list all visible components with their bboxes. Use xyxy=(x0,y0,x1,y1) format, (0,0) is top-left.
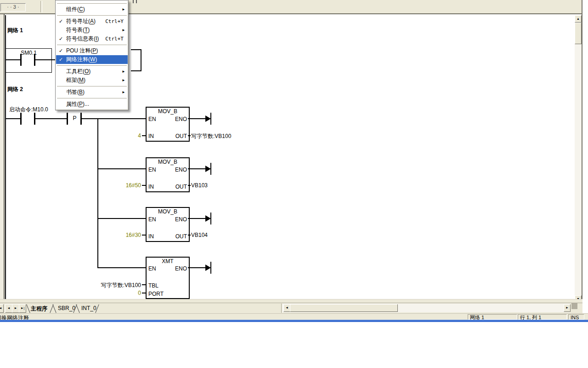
xmt-block[interactable]: XMT EN ENO TBL PORT xyxy=(146,257,190,299)
horizontal-scroll-thumb[interactable] xyxy=(290,304,398,312)
pin-stub xyxy=(142,135,146,136)
horizontal-scrollbar[interactable]: ◄ ► xyxy=(283,304,571,312)
contact-m100-symbol: 启动命令:M10.0 xyxy=(9,106,48,114)
eno-wire xyxy=(188,218,206,219)
in-value[interactable]: 16#50 xyxy=(110,182,141,189)
tbl-operand[interactable]: 写字节数:VB100 xyxy=(92,282,141,289)
toolbar-zoom-field[interactable]: · · 3 · xyxy=(0,3,26,12)
network-1-label: 网络 1 xyxy=(7,27,23,34)
menu-separator xyxy=(57,98,127,98)
out-operand[interactable]: VB104 xyxy=(191,232,208,238)
tab-nav-last-button[interactable]: ►| xyxy=(19,304,26,313)
menu-item-toolbars[interactable]: 工具栏(O) ► xyxy=(56,67,128,76)
menu-item-pou-comments[interactable]: ✓ POU 注释(P) xyxy=(56,46,128,55)
pin-eno: ENO xyxy=(175,116,187,122)
open-line-bar xyxy=(210,213,211,224)
pin-in: IN xyxy=(148,133,154,139)
movb-block-1[interactable]: MOV_B EN ENO IN OUT xyxy=(146,107,190,142)
scroll-left-button[interactable]: ◄ xyxy=(283,304,290,312)
vertical-scroll-thumb[interactable] xyxy=(575,23,582,44)
toolbar-clipped-icon xyxy=(133,0,134,3)
menu-item-mnemonic: P xyxy=(79,101,83,107)
submenu-arrow-icon: ► xyxy=(122,67,125,76)
scroll-right-button[interactable]: ► xyxy=(564,304,571,312)
menu-item-label: ) xyxy=(83,89,85,95)
hidden-box-right-edge xyxy=(141,49,141,71)
menu-shortcut: Ctrl+T xyxy=(105,34,124,43)
next-tab-icon: ► xyxy=(14,306,17,310)
menu-item-network-comments[interactable]: ✓ 网络注释(W) xyxy=(56,55,128,64)
menu-separator xyxy=(57,15,127,16)
port-value[interactable]: 0 xyxy=(110,290,141,296)
out-operand[interactable]: 写字节数:VB100 xyxy=(191,132,231,140)
menu-item-properties[interactable]: 属性(P)... xyxy=(56,100,128,109)
tab-nav-next-button[interactable]: ► xyxy=(12,304,19,313)
edge-contact-bar xyxy=(67,113,68,125)
eno-wire xyxy=(188,118,206,119)
menu-item-symbol-table[interactable]: 符号表(T) ► xyxy=(56,26,128,34)
menu-item-bookmarks[interactable]: 书签(B) ► xyxy=(56,88,128,97)
tab-nav-first-button[interactable]: |◄ xyxy=(0,304,4,313)
movb-block-3[interactable]: MOV_B EN ENO IN OUT xyxy=(146,207,190,242)
menu-separator xyxy=(57,3,127,4)
pin-port: PORT xyxy=(148,291,164,297)
hidden-box-bottom-edge xyxy=(131,70,141,71)
menu-item-label: POU 注释( xyxy=(66,47,92,54)
menu-separator xyxy=(57,86,127,86)
out-operand[interactable]: VB103 xyxy=(191,182,208,189)
status-ins-mode-panel: INS xyxy=(568,314,584,320)
view-context-menu: 组件(C) ► ✓ 符号寻址(A) Ctrl+Y 符号表(T) ► ✓ 符号信息… xyxy=(55,0,129,110)
contact-bar xyxy=(20,54,22,66)
tab-int0[interactable]: INT_0 xyxy=(81,305,96,311)
open-line-bar xyxy=(210,113,211,125)
menu-item-label: 符号寻址( xyxy=(66,18,90,24)
menu-item-frame[interactable]: 框架(M) ► xyxy=(56,76,128,85)
tab-edge xyxy=(76,305,79,313)
wire xyxy=(35,59,55,60)
menu-item-symbol-info-table[interactable]: ✓ 符号信息表(I) Ctrl+T xyxy=(56,34,128,43)
scroll-up-button[interactable]: ▲ xyxy=(575,15,582,23)
branch-wire xyxy=(97,118,98,268)
movb-block-2[interactable]: MOV_B EN ENO IN OUT xyxy=(146,157,190,192)
tab-edge xyxy=(52,305,56,313)
edge-contact-p-label[interactable]: P xyxy=(69,115,80,121)
submenu-arrow-icon: ► xyxy=(122,26,125,34)
pin-en: EN xyxy=(148,216,156,223)
tab-sbr0[interactable]: SBR_0 xyxy=(58,305,75,311)
block-title: MOV_B xyxy=(147,108,189,115)
window-bottom-edge xyxy=(0,320,588,322)
tab-main-program[interactable]: 主程序 xyxy=(31,305,47,313)
open-line-bar xyxy=(210,163,211,175)
open-line-bar xyxy=(210,262,211,274)
wire xyxy=(82,118,146,119)
menu-item-mnemonic: O xyxy=(85,68,89,75)
wire xyxy=(98,267,146,268)
menu-item-symbolic-addressing[interactable]: ✓ 符号寻址(A) Ctrl+Y xyxy=(56,17,128,26)
menu-item-label: ) xyxy=(89,68,90,75)
pin-out: OUT xyxy=(175,233,187,240)
block-title: XMT xyxy=(147,258,189,264)
pin-stub xyxy=(142,235,146,236)
toolbar-clipped-icon xyxy=(136,0,137,3)
in-value[interactable]: 4 xyxy=(110,132,141,139)
tab-nav-prev-button[interactable]: ◄ xyxy=(5,304,12,313)
pin-stub xyxy=(188,135,191,136)
status-cursor-panel: 行 1, 列 1 xyxy=(518,314,567,320)
network-2-label: 网络 2 xyxy=(7,86,23,93)
in-value[interactable]: 16#30 xyxy=(110,232,141,238)
vertical-scrollbar[interactable]: ▲ ▼ xyxy=(575,15,582,303)
pin-eno: ENO xyxy=(175,167,187,173)
pin-stub xyxy=(188,185,191,186)
menu-item-components[interactable]: 组件(C) ► xyxy=(56,5,128,14)
submenu-arrow-icon: ► xyxy=(122,76,125,85)
menu-item-label: )... xyxy=(83,101,89,107)
wire xyxy=(35,118,67,119)
menu-item-label: ) xyxy=(83,6,85,12)
checkmark-icon: ✓ xyxy=(59,34,63,43)
pin-stub xyxy=(142,284,146,285)
menu-item-mnemonic: A xyxy=(90,18,94,24)
menu-item-mnemonic: W xyxy=(90,56,95,63)
menu-item-label: 书签( xyxy=(66,89,79,95)
submenu-arrow-icon: ► xyxy=(122,5,125,14)
pin-tbl: TBL xyxy=(148,282,158,289)
